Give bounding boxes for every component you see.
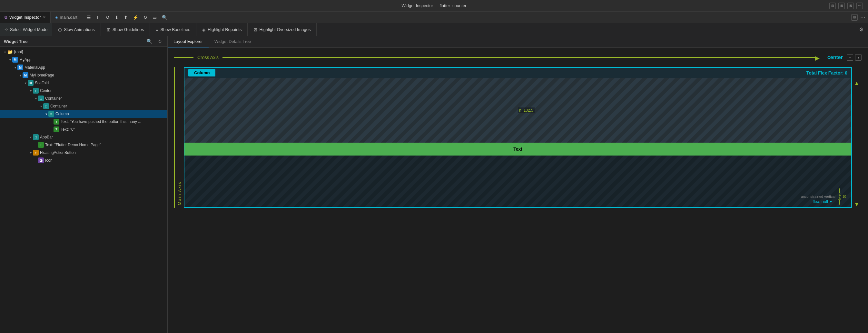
select-widget-icon: ⊹ <box>4 27 8 32</box>
refresh-btn[interactable]: ↻ <box>142 14 149 21</box>
column-badge: Column <box>188 69 215 77</box>
height-number-icon: 10 <box>842 195 846 199</box>
h-measurement: h=102.5 <box>518 85 535 136</box>
baselines-icon: ≡ <box>156 27 158 32</box>
tab-layout-explorer[interactable]: Layout Explorer <box>168 36 209 48</box>
tree-arrow-scaffold: ▾ <box>23 81 28 85</box>
tree-arrow-root: ▾ <box>3 50 7 54</box>
rect-btn[interactable]: ▭ <box>151 14 158 21</box>
lower-area: flex: null ▾ unconstrained vertical h=34 <box>184 155 851 207</box>
panel-header: Widget Tree 🔍 ↻ <box>0 36 167 47</box>
appbar-icon: □ <box>33 134 39 140</box>
highlight-oversized-btn[interactable]: ⊠ Highlight Oversized Images <box>248 23 317 36</box>
tree-item-text1[interactable]: ▶ T Text: "You have pushed the button th… <box>0 118 167 125</box>
viz-box: Column Total Flex Factor: 0 h=102.5 <box>184 67 852 208</box>
pause-btn[interactable]: ⏸ <box>95 14 102 21</box>
text2-icon: T <box>54 126 59 132</box>
oversized-icon: ⊠ <box>253 27 257 32</box>
action-bar: ⊹ Select Widget Mode ◷ Slow Animations ⊞… <box>0 23 868 36</box>
appbar-text-icon: T <box>38 142 44 148</box>
tab-widget-details[interactable]: Widget Details Tree <box>209 36 257 48</box>
tree-item-column[interactable]: ▾ ≡ Column <box>0 110 167 118</box>
lightning-btn[interactable]: ⚡ <box>131 14 140 21</box>
tree-arrow-myapp: ▾ <box>8 58 12 62</box>
panel-split-icon[interactable]: ⊟ <box>851 14 858 21</box>
height-line-top <box>839 188 840 193</box>
more-actions-icon[interactable]: ⋯ <box>860 14 865 20</box>
widget-tree-title: Widget Tree <box>4 39 143 44</box>
arrow-up-icon[interactable]: ▲ <box>854 80 860 87</box>
cross-axis-arrow-icon: ▶ <box>815 55 819 62</box>
cross-axis-icon1[interactable]: ⊣ <box>847 54 853 61</box>
tab-layout-explorer-label: Layout Explorer <box>174 39 203 44</box>
tree-item-container1[interactable]: ▾ □ Container <box>0 95 167 102</box>
tree-label-column: Column <box>56 112 69 116</box>
tree-label-container1: Container <box>45 96 62 101</box>
text1-icon: T <box>54 119 59 125</box>
container1-icon: □ <box>38 95 44 101</box>
tree-label-scaffold: Scaffold <box>35 81 49 85</box>
tab-bar: ⧉ Widget Inspector ✕ ◈ main.dart ☰ ⏸ ↺ ⬇… <box>0 11 868 23</box>
tree-arrow-materialapp: ▾ <box>13 66 18 69</box>
redo-btn[interactable]: ↺ <box>104 14 111 21</box>
tree-label-root: [root] <box>14 50 23 54</box>
cross-axis-line-left <box>174 57 193 58</box>
tree-label-fab: FloatingActionButton <box>40 150 76 155</box>
cross-axis-dropdown[interactable]: ▾ <box>855 54 862 61</box>
unconstrained-area: unconstrained vertical h=34 10 <box>801 188 846 205</box>
slow-animations-btn[interactable]: ◷ Slow Animations <box>52 23 101 36</box>
tree-search-icon[interactable]: 🔍 <box>145 38 154 44</box>
move-up-btn[interactable]: ⬆ <box>123 14 129 21</box>
widget-tree-panel: Widget Tree 🔍 ↻ ▾ 📁 [root] ▾ M MyApp <box>0 36 168 333</box>
icon-widget-icon: 🖼 <box>38 157 44 163</box>
show-guidelines-btn[interactable]: ⊞ Show Guidelines <box>101 23 150 36</box>
tree-refresh-icon[interactable]: ↻ <box>156 38 163 44</box>
settings-btn[interactable]: ⚙ <box>855 23 868 36</box>
h-measurement-label: h=102.5 <box>518 108 535 113</box>
striped-box-top: h=102.5 <box>184 78 851 143</box>
title-bar-text: Widget Inspector — flutter_counter <box>402 3 467 8</box>
tree-item-scaffold[interactable]: ▾ ⊞ Scaffold <box>0 79 167 87</box>
tree-arrow-myhomepage: ▾ <box>18 73 23 77</box>
show-baselines-btn[interactable]: ≡ Show Baselines <box>150 23 196 36</box>
arrow-down-icon[interactable]: ▼ <box>854 201 860 208</box>
show-baselines-label: Show Baselines <box>160 27 190 32</box>
tab-close-icon[interactable]: ✕ <box>43 15 46 19</box>
highlight-repaints-btn[interactable]: ◈ Highlight Repaints <box>196 23 248 36</box>
cross-axis-end-icons: ⊣ ▾ <box>847 54 862 61</box>
tree-item-appbar[interactable]: ▾ □ AppBar <box>0 133 167 141</box>
tree-item-myapp[interactable]: ▾ M MyApp <box>0 56 167 64</box>
tree-item-container2[interactable]: ▾ □ Container <box>0 102 167 110</box>
tree-label-myhomepage: MyHomePage <box>30 73 54 78</box>
tab-widget-inspector[interactable]: ⧉ Widget Inspector ✕ <box>0 11 51 23</box>
tree-item-text2[interactable]: ▶ T Text: "0" <box>0 125 167 133</box>
search-btn[interactable]: 🔍 <box>161 14 168 21</box>
split-both-icon[interactable]: ⊠ <box>847 3 854 9</box>
repaints-icon: ◈ <box>202 27 206 32</box>
settings-gear-icon: ⚙ <box>859 27 864 33</box>
main-layout: Widget Tree 🔍 ↻ ▾ 📁 [root] ▾ M MyApp <box>0 36 868 333</box>
tree-label-appbar-text: Text: "Flutter Demo Home Page" <box>45 143 101 147</box>
tab-widget-details-label: Widget Details Tree <box>214 39 251 44</box>
tree-item-root[interactable]: ▾ 📁 [root] <box>0 48 167 56</box>
tree-item-icon[interactable]: ▶ 🖼 Icon <box>0 156 167 164</box>
move-down-btn[interactable]: ⬇ <box>114 14 120 21</box>
tree-item-myhomepage[interactable]: ▾ M MyHomePage <box>0 71 167 79</box>
tree-item-materialapp[interactable]: ▾ M MaterialApp <box>0 64 167 71</box>
split-horizontal-icon[interactable]: ⊟ <box>829 3 836 9</box>
split-vertical-icon[interactable]: ⊞ <box>838 3 845 9</box>
title-bar: Widget Inspector — flutter_counter ⊟ ⊞ ⊠… <box>0 0 868 11</box>
height-value: h=34 <box>838 193 841 200</box>
more-options-icon[interactable]: ⋯ <box>857 3 863 9</box>
text-widget-box[interactable]: Text <box>184 143 851 155</box>
tab-main-dart[interactable]: ◈ main.dart <box>51 11 82 23</box>
column-header-bar: Column Total Flex Factor: 0 <box>184 68 851 78</box>
toolbar-icons: ☰ ⏸ ↺ ⬇ ⬆ ⚡ ↻ ▭ 🔍 <box>82 11 172 23</box>
tree-item-appbar-text[interactable]: ▶ T Text: "Flutter Demo Home Page" <box>0 141 167 149</box>
tree-item-fab[interactable]: ▾ + FloatingActionButton <box>0 149 167 156</box>
highlight-repaints-label: Highlight Repaints <box>208 27 242 32</box>
guidelines-icon: ⊞ <box>107 27 111 32</box>
select-widget-mode-btn[interactable]: ⊹ Select Widget Mode <box>0 23 52 36</box>
tree-item-center[interactable]: ▾ + Center <box>0 87 167 95</box>
menu-btn[interactable]: ☰ <box>86 14 92 21</box>
